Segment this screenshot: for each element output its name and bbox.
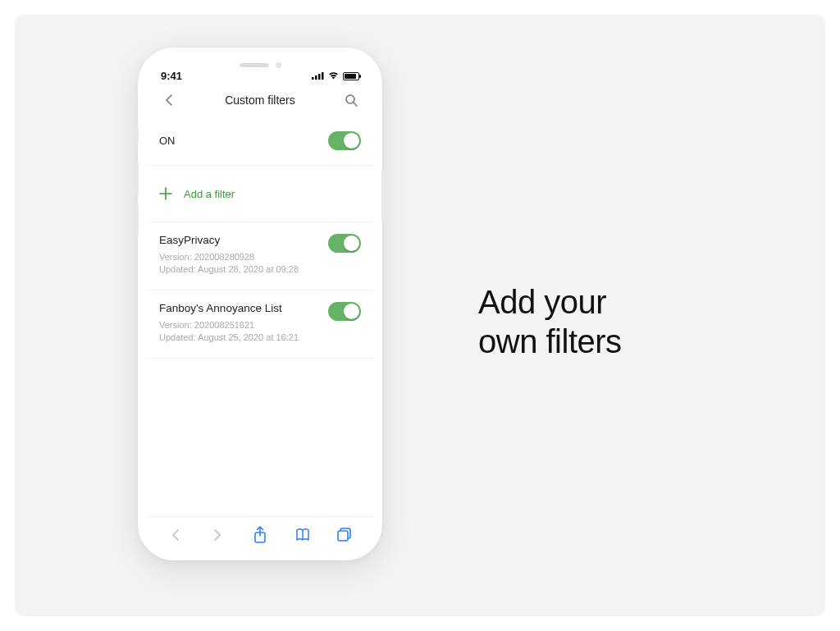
filter-name: EasyPrivacy: [159, 234, 322, 246]
filter-text: EasyPrivacy Version: 202008280928 Update…: [159, 234, 322, 277]
tabs-icon: [336, 527, 353, 543]
chevron-left-icon: [165, 94, 173, 107]
master-toggle-row: ON: [146, 117, 374, 166]
filter-text: Fanboy's Annoyance List Version: 2020082…: [159, 302, 322, 345]
filter-updated: Updated: August 25, 2020 at 16:21: [159, 332, 322, 344]
page-title: Custom filters: [225, 94, 295, 107]
filter-toggle-fanboy[interactable]: [328, 302, 361, 321]
phone-side-button-volume-down: [135, 203, 139, 236]
filter-row-fanboy[interactable]: Fanboy's Annoyance List Version: 2020082…: [146, 290, 374, 359]
chevron-right-icon: [212, 528, 222, 542]
phone-camera: [276, 62, 281, 68]
promo-stage: 9:41 Custom filters: [15, 15, 825, 616]
book-icon: [294, 528, 311, 542]
filter-updated: Updated: August 28, 2020 at 09:28: [159, 263, 322, 276]
search-button[interactable]: [341, 90, 361, 110]
svg-rect-3: [322, 72, 324, 80]
phone-side-button-power: [381, 171, 386, 220]
share-button[interactable]: [251, 526, 269, 544]
back-button[interactable]: [159, 90, 179, 110]
status-time: 9:41: [161, 70, 182, 82]
plus-icon: [159, 187, 172, 200]
svg-rect-0: [312, 77, 314, 80]
chevron-left-icon: [171, 528, 180, 542]
content-area: ON Add a filter EasyPrivacy Version: 202…: [146, 117, 374, 516]
status-right: [312, 70, 359, 82]
cellular-signal-icon: [312, 70, 324, 82]
promo-headline: Add your own filters: [478, 282, 622, 361]
svg-rect-10: [338, 531, 348, 541]
wifi-icon: [327, 70, 340, 82]
phone-side-button-volume-up: [135, 162, 139, 195]
svg-line-5: [354, 103, 357, 106]
nav-header: Custom filters: [146, 84, 374, 117]
filter-name: Fanboy's Annoyance List: [159, 302, 322, 314]
master-toggle-label: ON: [159, 135, 176, 147]
phone-side-button-silence: [135, 126, 139, 144]
master-toggle[interactable]: [328, 131, 361, 150]
svg-rect-2: [318, 74, 321, 80]
share-icon: [253, 526, 267, 544]
phone-screen: 9:41 Custom filters: [146, 56, 374, 552]
browser-back-button[interactable]: [167, 526, 185, 544]
browser-forward-button[interactable]: [208, 526, 226, 544]
headline-line2: own filters: [478, 322, 622, 361]
battery-icon: [343, 72, 359, 80]
browser-toolbar: [146, 516, 374, 552]
filter-toggle-easyprivacy[interactable]: [328, 234, 361, 253]
phone-mockup: 9:41 Custom filters: [138, 48, 382, 560]
filter-version: Version: 202008280928: [159, 251, 322, 263]
headline-line1: Add your: [478, 282, 622, 322]
phone-speaker: [240, 63, 269, 67]
add-filter-label: Add a filter: [184, 188, 235, 200]
bookmarks-button[interactable]: [294, 526, 312, 544]
svg-rect-1: [315, 75, 317, 80]
tabs-button[interactable]: [336, 526, 354, 544]
add-filter-button[interactable]: Add a filter: [146, 166, 374, 222]
phone-notch: [211, 56, 309, 74]
search-icon: [345, 94, 358, 107]
filter-version: Version: 202008251621: [159, 319, 322, 332]
filter-row-easyprivacy[interactable]: EasyPrivacy Version: 202008280928 Update…: [146, 222, 374, 290]
